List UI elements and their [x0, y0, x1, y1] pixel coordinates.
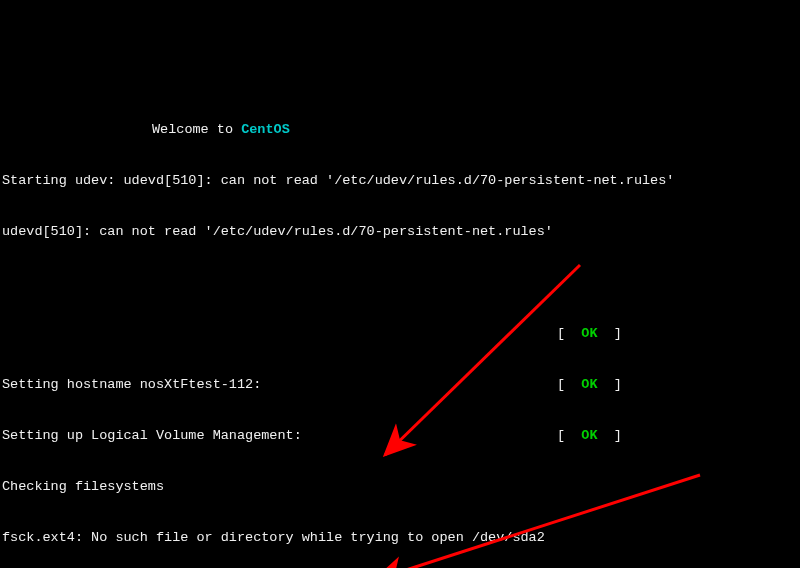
status-bracket-close: ] — [598, 377, 622, 392]
lvm-text: Setting up Logical Volume Management: — [2, 427, 557, 444]
status-ok-2: OK — [581, 377, 597, 392]
checking-fs-line: Checking filesystems — [2, 478, 800, 495]
distro-name: CentOS — [241, 122, 290, 137]
udev-line-2: udevd[510]: can not read '/etc/udev/rule… — [2, 223, 800, 240]
status-line-1: [ OK ] — [2, 325, 800, 342]
lvm-line: Setting up Logical Volume Management:[ O… — [2, 427, 800, 444]
fsck-line-1: fsck.ext4: No such file or directory whi… — [2, 529, 800, 546]
welcome-line: Welcome to CentOS — [2, 121, 800, 138]
terminal-screen[interactable]: Welcome to CentOS Starting udev: udevd[5… — [0, 85, 800, 568]
status-bracket-close: ] — [598, 326, 622, 341]
status-ok-3: OK — [581, 428, 597, 443]
status-bracket-open: [ — [557, 377, 581, 392]
welcome-prefix: Welcome to — [152, 122, 241, 137]
status-ok-1: OK — [581, 326, 597, 341]
blank-line — [2, 274, 800, 291]
hostname-text: Setting hostname nosXtFtest-112: — [2, 376, 557, 393]
status-bracket-close: ] — [598, 428, 622, 443]
status-bracket-open: [ — [557, 428, 581, 443]
udev-line-1: Starting udev: udevd[510]: can not read … — [2, 172, 800, 189]
status-bracket-open: [ — [557, 326, 581, 341]
hostname-line: Setting hostname nosXtFtest-112:[ OK ] — [2, 376, 800, 393]
